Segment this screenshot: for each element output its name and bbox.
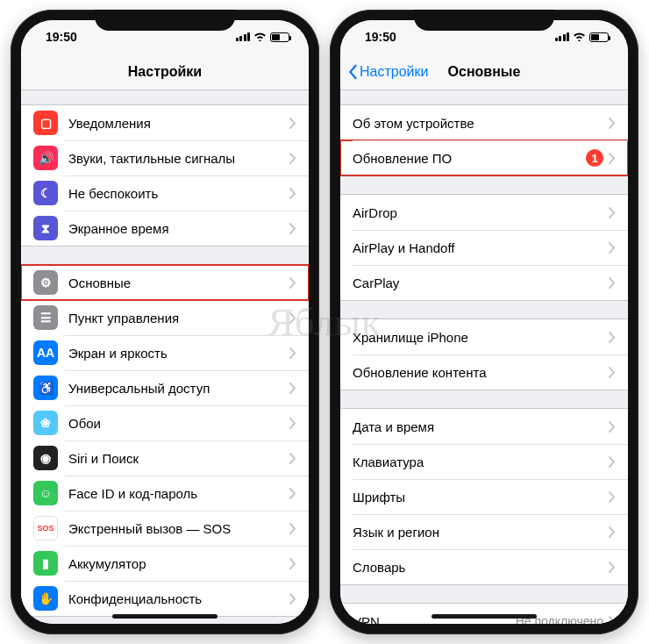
row-label: Основные: [68, 275, 289, 290]
switches-icon: ☰: [33, 305, 58, 330]
list-item[interactable]: Хранилище iPhone: [340, 319, 628, 354]
list-item[interactable]: ☾Не беспокоить: [21, 175, 309, 211]
row-label: AirDrop: [353, 205, 609, 220]
row-label: Пункт управления: [68, 311, 289, 326]
list-item[interactable]: Словарь: [340, 549, 628, 584]
row-label: Обновление контента: [353, 365, 609, 380]
row-label: Клавиатура: [353, 454, 609, 469]
chevron-right-icon: [289, 188, 296, 199]
general-list[interactable]: Об этом устройствеОбновление ПО1AirDropA…: [340, 90, 628, 624]
cellular-icon: [555, 32, 570, 41]
row-label: Не беспокоить: [68, 186, 289, 201]
row-label: Язык и регион: [353, 525, 609, 540]
chevron-right-icon: [609, 207, 616, 218]
list-item[interactable]: ◉Siri и Поиск: [21, 440, 309, 476]
status-time: 19:50: [46, 30, 77, 44]
list-item[interactable]: Дата и время: [340, 409, 628, 444]
siri-icon: ◉: [33, 446, 58, 470]
chevron-right-icon: [609, 332, 616, 343]
chevron-right-icon: [289, 383, 296, 394]
list-item[interactable]: ⚙Основные: [21, 265, 309, 300]
chevron-right-icon: [609, 456, 616, 468]
hourglass-icon: ⧗: [33, 216, 58, 240]
chevron-right-icon: [289, 153, 296, 164]
row-label: Дата и время: [353, 419, 609, 434]
list-item[interactable]: Обновление ПО1: [340, 140, 628, 175]
row-label: Об этом устройстве: [353, 116, 609, 131]
home-indicator[interactable]: [112, 614, 218, 619]
display-icon: AA: [33, 340, 58, 365]
chevron-right-icon: [609, 421, 616, 433]
back-label: Настройки: [360, 64, 428, 80]
row-label: Face ID и код-пароль: [68, 486, 289, 501]
nav-bar: Настройки Основные: [340, 54, 628, 90]
chevron-right-icon: [289, 488, 296, 499]
list-item[interactable]: AirPlay и Handoff: [340, 230, 628, 265]
wifi-icon: [253, 31, 267, 44]
list-item[interactable]: ▢Уведомления: [21, 105, 309, 140]
chevron-right-icon: [609, 242, 616, 254]
row-label: CarPlay: [353, 275, 609, 290]
settings-list[interactable]: ▢Уведомления🔊Звуки, тактильные сигналы☾Н…: [21, 90, 309, 624]
row-label: Экранное время: [68, 221, 289, 236]
row-label: Siri и Поиск: [68, 451, 289, 466]
chevron-right-icon: [609, 616, 616, 625]
list-item[interactable]: CarPlay: [340, 265, 628, 300]
wifi-icon: [573, 31, 586, 44]
list-item[interactable]: 🔊Звуки, тактильные сигналы: [21, 140, 309, 175]
battery-icon: ▮: [33, 551, 58, 576]
chevron-right-icon: [609, 277, 616, 289]
list-item[interactable]: ☰Пункт управления: [21, 300, 309, 335]
wallpaper-icon: ❀: [33, 411, 58, 435]
back-button[interactable]: Настройки: [347, 54, 428, 89]
sound-icon: 🔊: [33, 146, 58, 170]
list-item[interactable]: Клавиатура: [340, 444, 628, 479]
chevron-right-icon: [289, 277, 296, 289]
page-title: Настройки: [128, 64, 202, 80]
bell-icon: ▢: [33, 111, 58, 135]
chevron-right-icon: [609, 153, 616, 164]
row-label: AirPlay и Handoff: [353, 240, 609, 255]
chevron-right-icon: [289, 453, 296, 464]
list-item[interactable]: Об этом устройстве: [340, 105, 628, 140]
status-time: 19:50: [365, 30, 396, 44]
cellular-icon: [236, 32, 251, 41]
row-label: Аккумулятор: [68, 556, 289, 571]
row-label: Обои: [68, 416, 289, 431]
row-label: Экран и яркость: [68, 346, 289, 361]
list-item[interactable]: ♿Универсальный доступ: [21, 370, 309, 405]
battery-icon: [589, 32, 609, 42]
list-item[interactable]: Обновление контента: [340, 354, 628, 390]
row-label: Хранилище iPhone: [353, 330, 609, 345]
phone-left: 19:50 Настройки ▢Уведомления🔊Звуки, такт…: [11, 10, 319, 634]
accessibility-icon: ♿: [33, 376, 58, 400]
row-label: Экстренный вызов — SOS: [68, 521, 289, 536]
list-item[interactable]: ⧗Экранное время: [21, 211, 309, 246]
chevron-right-icon: [609, 526, 616, 538]
row-label: Конфиденциальность: [68, 591, 289, 606]
chevron-right-icon: [289, 347, 296, 359]
list-item[interactable]: Язык и регион: [340, 514, 628, 549]
list-item[interactable]: ❀Обои: [21, 405, 309, 440]
row-label: Универсальный доступ: [68, 381, 289, 396]
privacy-icon: ✋: [33, 586, 58, 611]
notch: [95, 10, 235, 31]
row-label: Звуки, тактильные сигналы: [68, 151, 289, 166]
sos-icon: SOS: [33, 516, 58, 540]
row-label: Уведомления: [68, 116, 289, 131]
moon-icon: ☾: [33, 181, 58, 205]
chevron-right-icon: [289, 558, 296, 569]
list-item[interactable]: Шрифты: [340, 479, 628, 514]
gear-icon: ⚙: [33, 270, 58, 295]
list-item[interactable]: ✋Конфиденциальность: [21, 581, 309, 616]
row-label: Словарь: [353, 560, 609, 575]
list-item[interactable]: AirDrop: [340, 195, 628, 230]
row-label: Шрифты: [353, 490, 609, 504]
list-item[interactable]: AAЭкран и яркость: [21, 335, 309, 370]
list-item[interactable]: ▮Аккумулятор: [21, 546, 309, 581]
list-item[interactable]: ☺Face ID и код-пароль: [21, 476, 309, 511]
list-item[interactable]: SOSЭкстренный вызов — SOS: [21, 511, 309, 546]
home-indicator[interactable]: [431, 614, 537, 619]
phone-right: 19:50 Настройки Основные Об этом устройс…: [330, 10, 638, 634]
notch: [414, 10, 554, 31]
